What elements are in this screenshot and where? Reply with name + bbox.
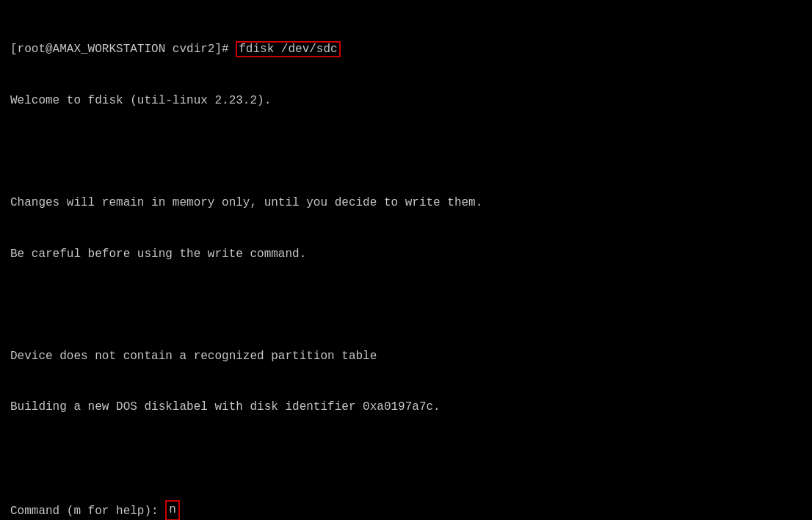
n-command-highlight: n [165, 500, 180, 520]
line-welcome: Welcome to fdisk (util-linux 2.23.2). [10, 93, 802, 109]
line-blank-3 [10, 450, 802, 467]
prompt-line: [root@AMAX_WORKSTATION cvdir2]# fdisk /d… [10, 41, 802, 58]
line-cmd-n: Command (m for help): n [10, 501, 802, 520]
line-blank-2 [10, 297, 802, 314]
line-careful: Be careful before using the write comman… [10, 246, 802, 263]
command-word: command [250, 248, 299, 261]
terminal-window: [root@AMAX_WORKSTATION cvdir2]# fdisk /d… [10, 7, 802, 520]
fdisk-command-highlight: fdisk /dev/sdc [236, 41, 340, 57]
line-device: Device does not contain a recognized par… [10, 348, 802, 365]
line-blank-1 [10, 144, 802, 161]
prompt-text: [root@AMAX_WORKSTATION cvdir2]# [10, 43, 236, 56]
line-changes: Changes will remain in memory only, unti… [10, 195, 802, 212]
line-building: Building a new DOS disklabel with disk i… [10, 399, 802, 416]
